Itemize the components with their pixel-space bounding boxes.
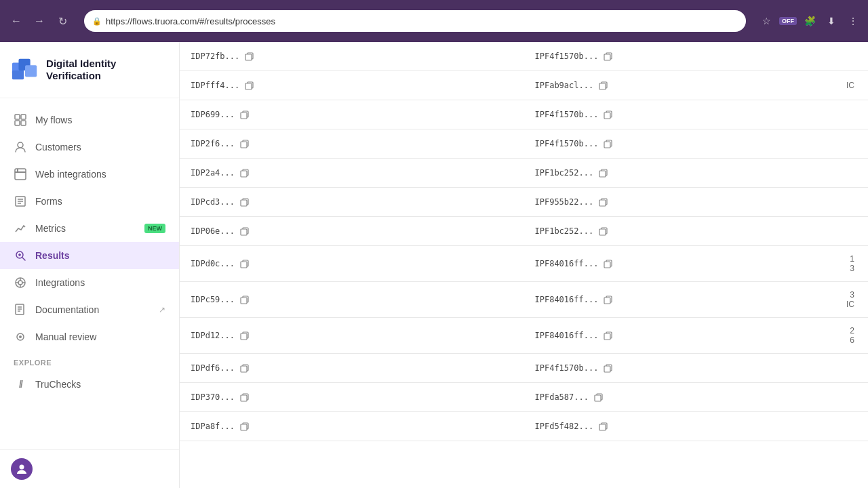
copy-id1-button[interactable]	[239, 329, 251, 342]
flow-id-text: IPF4f1570b...	[535, 110, 599, 119]
process-id-cell: IDPcd3...	[191, 196, 513, 208]
sidebar-item-web-integrations[interactable]: Web integrations	[0, 161, 179, 188]
copy-icon	[245, 81, 254, 90]
table-row[interactable]: IDPd12... IPF84016ff... 26	[180, 318, 868, 354]
copy-icon	[599, 422, 608, 431]
svg-rect-34	[604, 54, 610, 60]
copy-id1-button[interactable]	[239, 258, 251, 270]
sidebar-item-metrics[interactable]: Metrics NEW	[0, 215, 179, 242]
table-row[interactable]: IDP699... IPF4f1570b...	[180, 100, 868, 129]
forward-button[interactable]: →	[30, 12, 49, 30]
copy-id1-button[interactable]	[239, 293, 251, 306]
back-button[interactable]: ←	[7, 12, 26, 30]
copy-id2-button[interactable]	[593, 391, 605, 403]
copy-icon	[240, 363, 250, 373]
sidebar-item-integrations[interactable]: Integrations	[0, 269, 179, 296]
copy-id2-button[interactable]	[597, 225, 610, 237]
svg-rect-41	[241, 171, 247, 177]
sidebar-item-results[interactable]: Results	[0, 242, 179, 269]
process-id-text: IDPcd3...	[191, 197, 235, 207]
copy-id2-button[interactable]	[597, 167, 610, 179]
table-row[interactable]: IDPd0c... IPF84016ff... 13	[180, 246, 868, 282]
sidebar-item-manual-review[interactable]: Manual review	[0, 323, 179, 350]
svg-rect-38	[604, 113, 610, 119]
reload-button[interactable]: ↻	[53, 12, 72, 30]
sidebar-item-label: Results	[35, 250, 70, 261]
sidebar-item-forms[interactable]: Forms	[0, 188, 179, 215]
sidebar-item-customers[interactable]: Customers	[0, 134, 179, 161]
svg-rect-44	[599, 200, 606, 206]
table-row[interactable]: IDP370... IPFda587...	[180, 383, 868, 412]
metrics-icon	[14, 222, 27, 235]
svg-rect-3	[12, 70, 24, 79]
copy-id1-button[interactable]	[239, 167, 251, 179]
flow-id-text: IPFda587...	[535, 392, 589, 402]
copy-icon	[245, 52, 254, 61]
vpn-button[interactable]: OFF	[778, 12, 797, 30]
copy-icon	[240, 197, 250, 207]
process-id-cell: IDPd12...	[191, 329, 513, 342]
copy-id2-button[interactable]	[602, 108, 614, 121]
sidebar-item-documentation[interactable]: Documentation ↗	[0, 296, 179, 323]
copy-id2-button[interactable]	[597, 420, 610, 432]
svg-rect-45	[241, 229, 247, 235]
copy-icon	[604, 110, 613, 119]
copy-id1-button[interactable]	[243, 79, 256, 92]
copy-id2-button[interactable]	[602, 50, 614, 62]
flow-id-cell: IPF84016ff...	[535, 293, 823, 306]
forms-icon	[14, 195, 27, 208]
copy-id1-button[interactable]	[239, 138, 251, 150]
copy-icon	[240, 139, 250, 148]
table-row[interactable]: IDP2f6... IPF4f1570b...	[180, 129, 868, 159]
integrations-icon	[14, 276, 27, 289]
process-id-text: IDPd0c...	[191, 259, 235, 268]
menu-button[interactable]: ⋮	[844, 12, 863, 30]
table-row[interactable]: IDP72fb... IPF4f1570b...	[180, 42, 868, 71]
process-id-cell: IDP72fb...	[191, 50, 513, 62]
copy-icon	[240, 422, 250, 431]
table-row[interactable]: IDPc59... IPF84016ff... 3IC	[180, 282, 868, 318]
process-id-text: IDP370...	[191, 392, 235, 402]
user-avatar[interactable]	[11, 458, 33, 480]
copy-id1-button[interactable]	[239, 420, 251, 432]
table-row[interactable]: IDPa8f... IPFd5f482...	[180, 412, 868, 441]
copy-id2-button[interactable]	[602, 138, 614, 150]
extensions-button[interactable]: 🧩	[800, 12, 819, 30]
process-id-cell: IDPa8f...	[191, 420, 513, 432]
table-row[interactable]: IDPcd3... IPF955b22...	[180, 188, 868, 217]
table-row[interactable]: IDPdf6... IPF4f1570b...	[180, 354, 868, 383]
copy-id2-button[interactable]	[602, 362, 614, 374]
copy-id2-button[interactable]	[597, 79, 610, 92]
svg-rect-5	[21, 115, 26, 119]
right-value-cell: IC	[833, 71, 868, 100]
table-row[interactable]: IDPfff4... IPFab9acl... IC	[180, 71, 868, 100]
bookmark-button[interactable]: ☆	[757, 12, 776, 30]
copy-id1-button[interactable]	[243, 50, 256, 62]
address-bar[interactable]: 🔒 https://flows.truora.com/#/results/pro…	[84, 10, 746, 32]
sidebar-item-truchecks[interactable]: // TruChecks	[0, 371, 179, 398]
copy-id1-button[interactable]	[239, 196, 251, 208]
download-button[interactable]: ⬇	[822, 12, 841, 30]
copy-id1-button[interactable]	[239, 108, 251, 121]
sidebar-item-my-flows[interactable]: My flows	[0, 106, 179, 134]
browser-actions: ☆ OFF 🧩 ⬇ ⋮	[751, 12, 868, 30]
flow-id-text: IPF4f1570b...	[535, 139, 599, 148]
copy-id2-button[interactable]	[602, 293, 614, 306]
copy-id1-button[interactable]	[239, 362, 251, 374]
copy-id2-button[interactable]	[597, 196, 610, 208]
right-value-cell	[833, 354, 868, 383]
sidebar-item-label: Metrics	[35, 223, 66, 234]
table-row[interactable]: IDP2a4... IPF1bc252...	[180, 159, 868, 188]
copy-id2-button[interactable]	[602, 329, 614, 342]
svg-rect-6	[15, 121, 20, 125]
process-id-cell: IDP2a4...	[191, 167, 513, 179]
copy-icon	[240, 110, 250, 119]
table-row[interactable]: IDP06e... IPF1bc252...	[180, 217, 868, 246]
process-id-cell: IDPfff4...	[191, 79, 513, 92]
content-area[interactable]: IDP72fb... IPF4f1570b... IDPfff4...	[180, 42, 868, 488]
copy-id1-button[interactable]	[239, 225, 251, 237]
copy-id2-button[interactable]	[602, 258, 614, 270]
copy-id1-button[interactable]	[239, 391, 251, 403]
flow-id-cell: IPF4f1570b...	[535, 362, 823, 374]
svg-rect-37	[241, 113, 247, 119]
